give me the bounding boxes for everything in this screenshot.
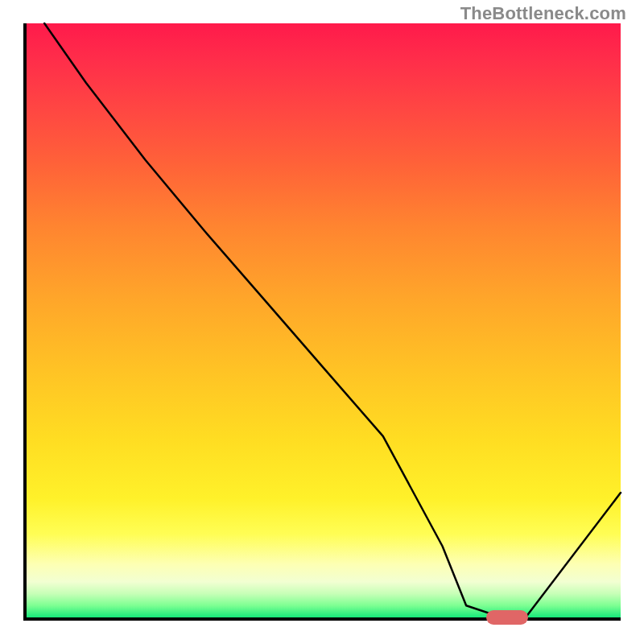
bottleneck-curve bbox=[27, 23, 621, 617]
optimum-range-marker bbox=[486, 610, 528, 625]
attribution-text: TheBottleneck.com bbox=[460, 3, 626, 24]
plot-area bbox=[23, 23, 621, 621]
